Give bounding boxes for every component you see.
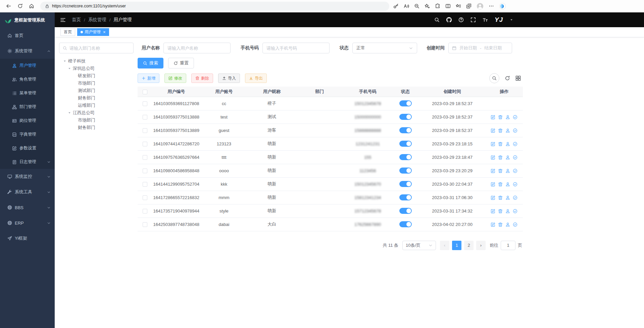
reset-password-button[interactable] <box>505 195 510 200</box>
user-avatar-logo[interactable]: YJ <box>495 16 503 24</box>
sidebar-item-system-monitor[interactable]: 系统监控 <box>0 169 55 184</box>
assign-role-button[interactable] <box>513 155 517 160</box>
tree-node[interactable]: 研发部门 <box>59 72 134 80</box>
edit-user-button[interactable] <box>491 128 495 133</box>
username-input[interactable] <box>163 43 231 53</box>
url-text[interactable]: https://ccnetcore.com:1101/system/user <box>52 4 126 8</box>
copilot-icon[interactable] <box>499 3 506 10</box>
toggle-search-button[interactable] <box>489 73 499 83</box>
search-button[interactable]: 搜索 <box>138 58 163 68</box>
assign-role-button[interactable] <box>513 209 517 214</box>
row-checkbox[interactable] <box>143 115 147 120</box>
tree-node[interactable]: 深圳总公司 <box>59 65 134 72</box>
status-toggle[interactable] <box>399 114 412 120</box>
github-icon[interactable] <box>446 17 452 22</box>
page-size-select[interactable]: 10条/页 <box>402 241 436 250</box>
row-checkbox[interactable] <box>143 155 147 160</box>
page-button-2[interactable]: 2 <box>464 241 474 250</box>
sidebar-item-system-tools[interactable]: 系统工具 <box>0 184 55 200</box>
zoom-out-icon[interactable] <box>414 3 419 9</box>
delete-user-button[interactable] <box>498 195 503 200</box>
sidebar-item-dept-mgmt[interactable]: 部门管理 <box>0 100 55 114</box>
page-button-1[interactable]: 1 <box>452 241 461 250</box>
export-button[interactable]: 导出 <box>245 74 267 83</box>
tree-node[interactable]: 测试部门 <box>59 87 134 94</box>
reset-password-button[interactable] <box>505 115 510 120</box>
assign-role-button[interactable] <box>513 169 517 173</box>
delete-button[interactable]: 删除 <box>191 74 213 83</box>
reset-password-button[interactable] <box>505 155 510 160</box>
row-checkbox[interactable] <box>143 222 147 227</box>
tree-node[interactable]: 运维部门 <box>59 102 134 109</box>
row-checkbox[interactable] <box>143 128 147 133</box>
home-icon[interactable] <box>27 1 36 11</box>
sidebar-item-erp[interactable]: ERP <box>0 215 55 231</box>
breadcrumb-item[interactable]: 系统管理 <box>88 17 106 23</box>
extensions-icon[interactable] <box>435 3 440 9</box>
question-icon[interactable] <box>458 17 464 22</box>
sidebar-item-dict-mgmt[interactable]: 字典管理 <box>0 128 55 141</box>
import-button[interactable]: 导入 <box>218 74 240 83</box>
delete-user-button[interactable] <box>498 155 503 160</box>
profile-icon[interactable] <box>477 3 484 10</box>
reset-password-button[interactable] <box>505 222 510 227</box>
refresh-table-button[interactable] <box>505 76 510 81</box>
assign-role-button[interactable] <box>513 195 517 200</box>
row-checkbox[interactable] <box>143 182 147 187</box>
row-checkbox[interactable] <box>143 195 147 200</box>
sidebar-item-user-mgmt[interactable]: 用户管理 <box>0 59 55 73</box>
collapse-sidebar-icon[interactable] <box>60 17 66 23</box>
tree-node[interactable]: 财务部门 <box>59 124 134 131</box>
add-button[interactable]: 新增 <box>138 74 159 83</box>
edit-user-button[interactable] <box>491 115 495 120</box>
sidebar-item-log-mgmt[interactable]: 日志管理 <box>0 155 55 169</box>
edit-user-button[interactable] <box>491 169 495 173</box>
goto-page-input[interactable] <box>501 241 515 250</box>
status-toggle[interactable] <box>399 168 412 174</box>
column-settings-button[interactable] <box>515 76 521 81</box>
modify-button[interactable]: 修改 <box>164 74 186 83</box>
sidebar-item-role-mgmt[interactable]: 角色管理 <box>0 73 55 86</box>
edit-user-button[interactable] <box>491 222 495 227</box>
assign-role-button[interactable] <box>513 222 517 227</box>
back-icon[interactable] <box>4 1 13 11</box>
tree-node[interactable]: 财务部门 <box>59 94 134 102</box>
assign-role-button[interactable] <box>513 182 517 187</box>
edit-user-button[interactable] <box>491 195 495 200</box>
reload-icon[interactable] <box>15 1 25 11</box>
next-page-button[interactable]: › <box>476 241 486 250</box>
assign-role-button[interactable] <box>513 115 517 120</box>
tree-node[interactable]: 市场部门 <box>59 116 134 124</box>
status-toggle[interactable] <box>399 194 412 200</box>
status-toggle[interactable] <box>399 100 412 106</box>
status-toggle[interactable] <box>399 181 412 187</box>
status-toggle[interactable] <box>399 127 412 133</box>
sidebar-item-menu-mgmt[interactable]: 菜单管理 <box>0 86 55 100</box>
delete-user-button[interactable] <box>498 182 503 187</box>
row-checkbox[interactable] <box>143 169 147 173</box>
favorite-add-icon[interactable] <box>425 3 430 9</box>
edit-user-button[interactable] <box>491 209 495 214</box>
address-bar[interactable]: https://ccnetcore.com:1101/system/user <box>40 2 389 11</box>
assign-role-button[interactable] <box>513 128 517 133</box>
sidebar-item-post-mgmt[interactable]: 岗位管理 <box>0 114 55 128</box>
row-checkbox[interactable] <box>143 101 147 106</box>
reset-password-button[interactable] <box>505 169 510 173</box>
tree-node[interactable]: 江西总公司 <box>59 109 134 116</box>
read-aloud-icon[interactable] <box>404 3 409 9</box>
split-screen-icon[interactable] <box>445 3 451 9</box>
chevron-down-icon[interactable] <box>510 18 513 21</box>
reset-password-button[interactable] <box>505 128 510 133</box>
search-icon[interactable] <box>434 17 440 22</box>
edit-user-button[interactable] <box>491 155 495 160</box>
fontsize-icon[interactable] <box>483 17 488 22</box>
breadcrumb-item[interactable]: 首页 <box>72 17 81 23</box>
row-checkbox[interactable] <box>143 142 147 146</box>
tree-node[interactable]: 市场部门 <box>59 80 134 87</box>
favorites-icon[interactable] <box>456 3 461 9</box>
sidebar-item-system-mgmt[interactable]: 系统管理 <box>0 43 55 59</box>
collections-icon[interactable] <box>466 3 472 9</box>
delete-user-button[interactable] <box>498 222 503 227</box>
dept-search-input[interactable] <box>69 46 130 51</box>
reset-password-button[interactable] <box>505 182 510 187</box>
